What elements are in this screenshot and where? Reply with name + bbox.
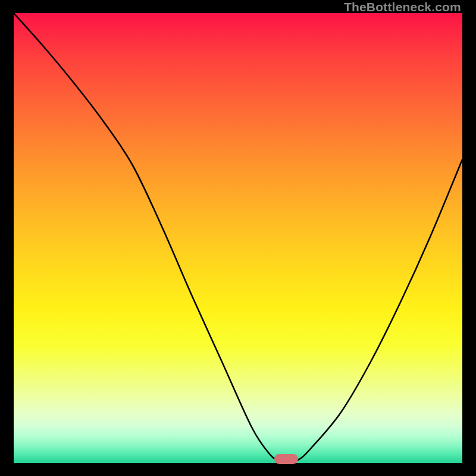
optimal-marker — [274, 454, 298, 464]
chart-frame — [14, 13, 462, 463]
watermark: TheBottleneck.com — [344, 0, 461, 14]
gradient-background — [14, 13, 462, 463]
